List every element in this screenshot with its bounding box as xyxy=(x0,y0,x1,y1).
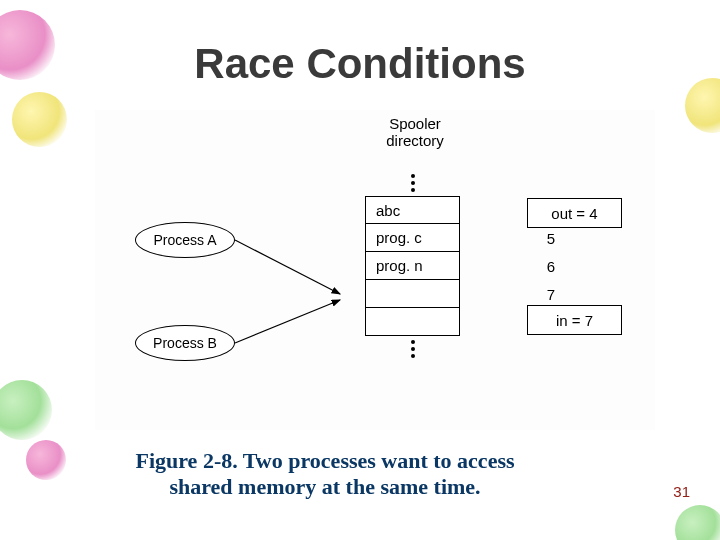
spooler-directory: abc prog. c prog. n xyxy=(365,170,460,362)
spooler-heading: Spooler directory xyxy=(345,115,485,149)
spooler-heading-line2: directory xyxy=(386,132,444,149)
process-b-node: Process B xyxy=(135,325,235,361)
slot-index: 5 xyxy=(539,230,555,247)
process-a-label: Process A xyxy=(153,232,216,248)
caption-line1: Figure 2-8. Two processes want to access xyxy=(135,448,514,473)
decorative-balloon xyxy=(0,380,52,440)
spooler-slot: prog. n xyxy=(365,252,460,280)
out-variable-box: out = 4 xyxy=(527,198,622,228)
process-a-node: Process A xyxy=(135,222,235,258)
figure-caption: Figure 2-8. Two processes want to access… xyxy=(100,448,550,500)
page-number: 31 xyxy=(673,483,690,500)
slot-value: prog. n xyxy=(376,257,423,274)
caption-line2: shared memory at the same time. xyxy=(169,474,480,499)
out-variable-label: out = 4 xyxy=(551,205,597,222)
decorative-balloon xyxy=(675,505,720,540)
spooler-slot: prog. c xyxy=(365,224,460,252)
decorative-balloon xyxy=(26,440,66,480)
slot-value: abc xyxy=(376,202,400,219)
slot-value: prog. c xyxy=(376,229,422,246)
ellipsis-icon xyxy=(365,170,460,196)
spooler-heading-line1: Spooler xyxy=(389,115,441,132)
spooler-slot: abc xyxy=(365,196,460,224)
in-variable-box: in = 7 xyxy=(527,305,622,335)
svg-line-1 xyxy=(235,300,340,343)
slot-index: 6 xyxy=(539,258,555,275)
process-b-label: Process B xyxy=(153,335,217,351)
decorative-balloon xyxy=(12,92,67,147)
slot-index: 7 xyxy=(539,286,555,303)
in-variable-label: in = 7 xyxy=(556,312,593,329)
ellipsis-icon xyxy=(365,336,460,362)
page-title: Race Conditions xyxy=(0,40,720,88)
spooler-slot xyxy=(365,308,460,336)
spooler-slot xyxy=(365,280,460,308)
svg-line-0 xyxy=(235,240,340,294)
figure: Spooler directory abc prog. c prog. n 4 … xyxy=(95,110,655,430)
